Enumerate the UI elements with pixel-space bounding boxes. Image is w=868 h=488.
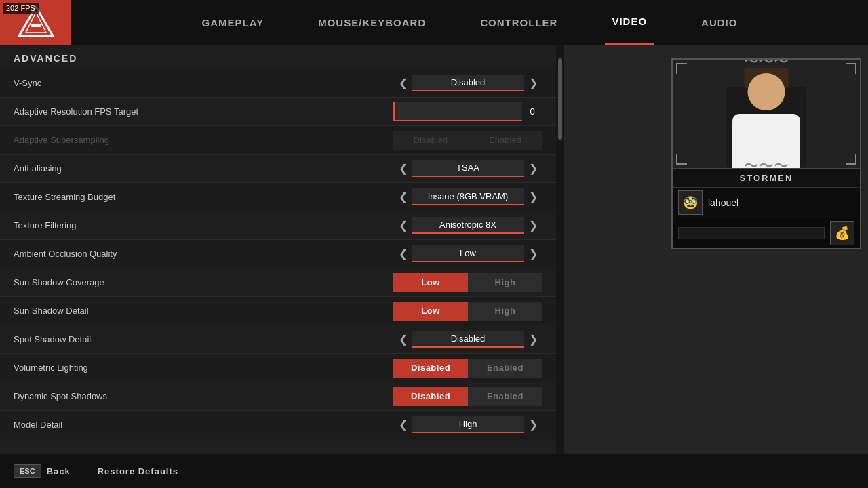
setting-row-texture-budget: Texture Streaming Budget ❮ Insane (8GB V… (0, 183, 556, 211)
volumetric-lighting-label: Volumetric Lighting (14, 363, 393, 373)
restore-defaults-label: Restore Defaults (98, 466, 178, 476)
fps-counter: 202 FPS (3, 3, 39, 14)
ambient-occlusion-label: Ambient Occlusion Quality (14, 249, 393, 259)
sun-shadow-coverage-high-btn[interactable]: High (468, 273, 542, 292)
anti-aliasing-next-button[interactable]: ❯ (524, 159, 542, 178)
ambient-occlusion-prev-button[interactable]: ❮ (393, 245, 412, 264)
model-detail-prev-button[interactable]: ❮ (393, 415, 412, 434)
anti-aliasing-control: ❮ TSAA ❯ (393, 159, 542, 178)
streamer-video-frame: 〜〜〜 〜〜〜 (673, 60, 860, 168)
setting-row-model-detail: Model Detail ❮ High ❯ (0, 411, 556, 439)
setting-row-anti-aliasing: Anti-aliasing ❮ TSAA ❯ (0, 155, 556, 183)
volumetric-lighting-disabled-btn[interactable]: Disabled (393, 359, 468, 378)
setting-row-vsync: V-Sync ❮ Disabled ❯ (0, 69, 556, 98)
dynamic-spot-shadows-disabled-btn[interactable]: Disabled (393, 387, 468, 406)
tab-mouse-keyboard[interactable]: MOUSE/KEYBOARD (311, 0, 433, 45)
corner-br-decoration (846, 154, 856, 165)
main-layout: ADVANCED V-Sync ❮ Disabled ❯ Adaptive Re… (0, 45, 868, 454)
settings-panel: ADVANCED V-Sync ❮ Disabled ❯ Adaptive Re… (0, 45, 556, 454)
top-navigation: 202 FPS GAMEPLAY MOUSE/KEYBOARD CONTROLL… (0, 0, 868, 45)
adaptive-fps-label: Adaptive Resolution FPS Target (14, 106, 393, 117)
streamer-avatar: 🥸 (678, 190, 703, 215)
model-detail-next-button[interactable]: ❯ (524, 415, 542, 434)
anti-aliasing-label: Anti-aliasing (14, 163, 393, 174)
donate-icon[interactable]: 💰 (830, 221, 854, 245)
texture-budget-next-button[interactable]: ❯ (524, 188, 542, 207)
restore-defaults-action[interactable]: Restore Defaults (98, 466, 178, 476)
sun-shadow-coverage-control: Low High (393, 273, 542, 292)
scroll-thumb[interactable] (558, 58, 562, 140)
anti-aliasing-value: TSAA (412, 160, 524, 177)
back-action[interactable]: ESC Back (14, 464, 71, 478)
spot-shadow-detail-label: Spot Shadow Detail (14, 334, 393, 344)
dynamic-spot-shadows-control: Disabled Enabled (393, 387, 542, 406)
sun-shadow-detail-high-btn[interactable]: High (468, 302, 542, 321)
adaptive-fps-control: 0 (393, 102, 542, 121)
streamer-overlay: 〜〜〜 〜〜〜 STORMEN 🥸 lahouel (671, 58, 861, 249)
volumetric-lighting-enabled-btn[interactable]: Enabled (468, 359, 542, 378)
spot-shadow-detail-value: Disabled (412, 331, 524, 348)
tab-controller[interactable]: CONTROLLER (473, 0, 564, 45)
adaptive-supersampling-label: Adaptive Supersampling (14, 135, 393, 145)
vsync-prev-button[interactable]: ❮ (393, 74, 412, 93)
corner-bl-decoration (676, 154, 687, 165)
tab-video[interactable]: VIDEO (605, 0, 654, 45)
corner-tr-decoration (846, 63, 856, 74)
svg-rect-2 (31, 24, 41, 27)
sun-shadow-coverage-low-btn[interactable]: Low (393, 273, 468, 292)
back-label: Back (47, 466, 71, 476)
streamer-username-row: 🥸 lahouel (673, 187, 860, 218)
tab-gameplay[interactable]: GAMEPLAY (195, 0, 271, 45)
texture-budget-control: ❮ Insane (8GB VRAM) ❯ (393, 188, 542, 207)
setting-row-spot-shadow-detail: Spot Shadow Detail ❮ Disabled ❯ (0, 325, 556, 354)
ambient-occlusion-value: Low (412, 245, 524, 262)
model-detail-label: Model Detail (14, 420, 393, 430)
setting-row-ambient-occlusion: Ambient Occlusion Quality ❮ Low ❯ (0, 240, 556, 268)
sun-shadow-detail-label: Sun Shadow Detail (14, 306, 393, 316)
texture-filtering-value: Anisotropic 8X (412, 217, 524, 234)
dynamic-spot-shadows-enabled-btn[interactable]: Enabled (468, 387, 542, 406)
texture-budget-value: Insane (8GB VRAM) (412, 188, 524, 205)
navigation-tabs: GAMEPLAY MOUSE/KEYBOARD CONTROLLER VIDEO… (71, 0, 868, 45)
sun-shadow-coverage-label: Sun Shadow Coverage (14, 277, 393, 287)
setting-row-adaptive-fps: Adaptive Resolution FPS Target 0 (0, 98, 556, 126)
tab-audio[interactable]: AUDIO (694, 0, 744, 45)
adaptive-fps-value: 0 (522, 106, 542, 117)
texture-budget-prev-button[interactable]: ❮ (393, 188, 412, 207)
right-panel: 〜〜〜 〜〜〜 STORMEN 🥸 lahouel (564, 45, 868, 454)
spot-shadow-detail-next-button[interactable]: ❯ (524, 330, 542, 349)
spot-shadow-detail-prev-button[interactable]: ❮ (393, 330, 412, 349)
volumetric-lighting-control: Disabled Enabled (393, 359, 542, 378)
anti-aliasing-prev-button[interactable]: ❮ (393, 159, 412, 178)
texture-filtering-label: Texture Filtering (14, 220, 393, 230)
vsync-next-button[interactable]: ❯ (524, 74, 542, 93)
adaptive-supersampling-control: Disabled Enabled (393, 131, 542, 150)
esc-key-badge: ESC (14, 464, 41, 478)
vsync-value: Disabled (412, 75, 524, 92)
setting-row-adaptive-supersampling: Adaptive Supersampling Disabled Enabled (0, 126, 556, 155)
dynamic-spot-shadows-label: Dynamic Spot Shadows (14, 391, 393, 401)
adaptive-fps-input[interactable] (393, 102, 522, 121)
setting-row-sun-shadow-coverage: Sun Shadow Coverage Low High (0, 268, 556, 297)
texture-filtering-control: ❮ Anisotropic 8X ❯ (393, 216, 542, 235)
bottom-bar: ESC Back Restore Defaults (0, 454, 868, 488)
advanced-section-header: ADVANCED (0, 45, 556, 69)
mustache-bottom-decoration: 〜〜〜 (744, 156, 789, 168)
streamer-username: lahouel (708, 197, 738, 208)
setting-row-sun-shadow-detail: Sun Shadow Detail Low High (0, 297, 556, 325)
sun-shadow-detail-low-btn[interactable]: Low (393, 302, 468, 321)
sun-shadow-detail-control: Low High (393, 302, 542, 321)
donate-row: 💰 (673, 218, 860, 248)
texture-filtering-next-button[interactable]: ❯ (524, 216, 542, 235)
corner-tl-decoration (676, 63, 687, 74)
model-detail-value: High (412, 416, 524, 433)
model-detail-control: ❮ High ❯ (393, 415, 542, 434)
texture-filtering-prev-button[interactable]: ❮ (393, 216, 412, 235)
person-head (748, 73, 785, 110)
scrollbar[interactable] (556, 45, 564, 454)
svg-marker-1 (24, 14, 48, 35)
setting-row-dynamic-spot-shadows: Dynamic Spot Shadows Disabled Enabled (0, 382, 556, 411)
setting-row-texture-filtering: Texture Filtering ❮ Anisotropic 8X ❯ (0, 211, 556, 240)
streamer-name-bar: STORMEN (673, 168, 860, 187)
ambient-occlusion-next-button[interactable]: ❯ (524, 245, 542, 264)
